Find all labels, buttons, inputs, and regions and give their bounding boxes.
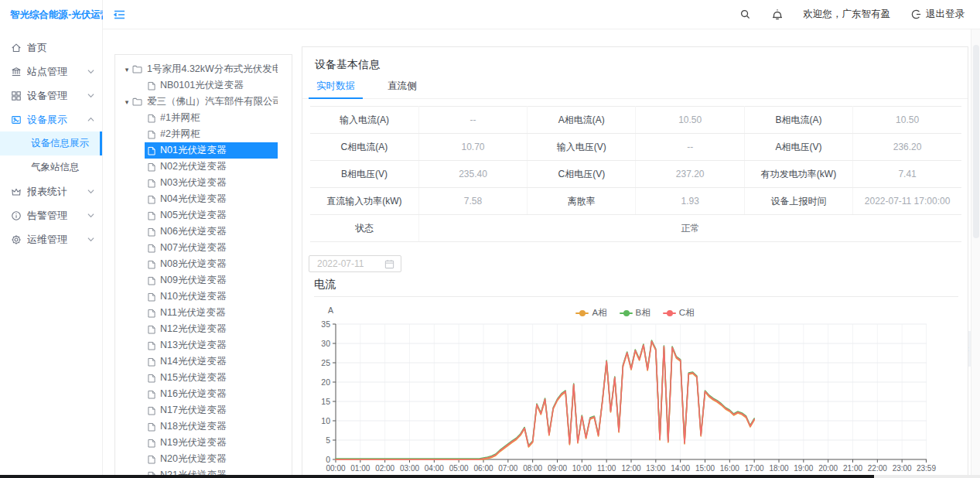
tree-node[interactable]: NB0101光伏逆变器	[145, 77, 278, 94]
x-tick-label: 06:00	[473, 464, 493, 473]
sidebar-item-label: 告警管理	[27, 209, 87, 223]
horizontal-scrollbar-thumb[interactable]	[0, 475, 874, 478]
tab-dc-side[interactable]: 直流侧	[380, 78, 425, 99]
picture-icon	[11, 114, 22, 125]
sidebar-item-weather-station-info[interactable]: 气象站信息	[0, 155, 102, 179]
file-icon	[148, 374, 155, 383]
y-tick-label: 10	[321, 416, 330, 425]
tree-node[interactable]: N07光伏逆变器	[145, 240, 278, 256]
tree-node[interactable]: N10光伏逆变器	[145, 289, 278, 305]
table-row: C相电流(A)10.70输入电压(V)--A相电压(V)236.20	[310, 134, 961, 161]
info-value: --	[636, 134, 744, 161]
home-icon	[11, 43, 22, 53]
vertical-scrollbar[interactable]	[971, 29, 980, 475]
info-label: 直流输入功率(kW)	[310, 188, 418, 215]
info-value: 7.41	[853, 161, 961, 188]
info-label: B相电压(V)	[310, 161, 418, 188]
sidebar-item-label: 报表统计	[27, 185, 87, 199]
tree-node[interactable]: N08光伏逆变器	[145, 256, 278, 272]
chevron-down-icon	[87, 93, 94, 98]
date-picker[interactable]: 2022-07-11	[309, 255, 401, 272]
tree-node-label: 爱三（佛山）汽车部件有限公司光伏发	[147, 95, 278, 108]
current-line-chart: 05101520253035A00:0001:0002:0003:0004:00…	[302, 302, 969, 478]
logout-button[interactable]: 退出登录	[910, 8, 965, 21]
folder-icon	[132, 65, 142, 73]
tree-node-label: N17光伏逆变器	[160, 404, 226, 417]
info-value: 10.50	[636, 107, 744, 134]
info-label: A相电流(A)	[528, 107, 636, 134]
tree-node[interactable]: N19光伏逆变器	[145, 435, 278, 451]
tree-node[interactable]: N01光伏逆变器	[145, 142, 278, 159]
x-tick-label: 10:00	[572, 464, 592, 473]
sidebar: 智光综合能源-光伏运营 首页 站点管理 设备管理	[0, 0, 103, 478]
tree-node-label: #1并网柜	[160, 111, 200, 125]
sidebar-item-ops-mgmt[interactable]: 运维管理	[0, 227, 102, 251]
sidebar-item-alarm-mgmt[interactable]: 告警管理	[0, 203, 102, 227]
x-tick-label: 13:00	[646, 464, 665, 473]
sidebar-item-home[interactable]: 首页	[0, 36, 102, 60]
tree-node[interactable]: N15光伏逆变器	[145, 370, 278, 386]
tree-node[interactable]: N05光伏逆变器	[145, 207, 278, 224]
file-icon	[148, 390, 155, 399]
tree-node-label: N02光伏逆变器	[160, 160, 226, 173]
sidebar-item-site-mgmt[interactable]: 站点管理	[0, 60, 102, 84]
tree-node-label: N01光伏逆变器	[160, 144, 226, 157]
menu-fold-icon[interactable]	[112, 8, 126, 22]
file-icon	[148, 276, 155, 285]
status-row: 状态正常	[310, 215, 961, 242]
tree-node[interactable]: N02光伏逆变器	[145, 159, 278, 175]
caret-down-icon[interactable]: ▾	[121, 98, 132, 106]
tree-node[interactable]: N17光伏逆变器	[145, 402, 278, 418]
sidebar-item-label: 设备展示	[27, 113, 87, 127]
tree-node[interactable]: N20光伏逆变器	[145, 451, 278, 467]
tree-node[interactable]: N16光伏逆变器	[145, 386, 278, 402]
tree-node-label: N09光伏逆变器	[160, 274, 226, 287]
alarm-icon[interactable]	[771, 9, 784, 21]
x-tick-label: 20:00	[818, 464, 838, 473]
info-value: 2022-07-11 17:00:00	[853, 188, 961, 215]
search-icon[interactable]	[739, 9, 751, 20]
tree-node[interactable]: N13光伏逆变器	[145, 337, 278, 353]
tree-node[interactable]: N04光伏逆变器	[145, 191, 278, 207]
tree-node[interactable]: N03光伏逆变器	[145, 175, 278, 191]
date-picker-value: 2022-07-11	[317, 258, 384, 269]
x-tick-label: 11:00	[597, 464, 616, 473]
tree-node-label: N14光伏逆变器	[160, 355, 226, 368]
tree-node-label: N18光伏逆变器	[160, 420, 226, 433]
info-label: 有功发电功率(kW)	[744, 161, 852, 188]
caret-down-icon[interactable]: ▾	[121, 66, 132, 73]
tree-node[interactable]: N14光伏逆变器	[145, 353, 278, 370]
horizontal-scrollbar[interactable]	[0, 475, 980, 478]
tree-node[interactable]: N11光伏逆变器	[145, 305, 278, 321]
tree-node-label: N03光伏逆变器	[160, 176, 226, 189]
y-tick-label: 20	[321, 377, 330, 387]
file-icon	[148, 357, 155, 367]
chevron-down-icon	[87, 213, 94, 218]
tree-node[interactable]: N09光伏逆变器	[145, 272, 278, 289]
info-value: 10.50	[853, 107, 961, 134]
x-tick-label: 01:00	[350, 464, 370, 473]
info-label: C相电流(A)	[310, 134, 418, 161]
tree-node[interactable]: #1并网柜	[145, 110, 278, 126]
tab-realtime-data[interactable]: 实时数据	[309, 78, 363, 99]
sidebar-item-device-info-display[interactable]: 设备信息展示	[0, 131, 102, 155]
tree-node[interactable]: ▾1号家用4.32kW分布式光伏发电站	[121, 61, 278, 77]
x-tick-label: 04:00	[425, 464, 444, 473]
tree-node-label: N16光伏逆变器	[160, 388, 226, 401]
tree-node[interactable]: ▾爱三（佛山）汽车部件有限公司光伏发	[121, 94, 278, 110]
file-icon	[148, 211, 155, 220]
file-icon	[148, 244, 155, 253]
sidebar-item-report-stats[interactable]: 报表统计	[0, 179, 102, 203]
sidebar-item-device-display[interactable]: 设备展示	[0, 108, 102, 131]
tree-node[interactable]: N12光伏逆变器	[145, 321, 278, 337]
tree-node-label: 1号家用4.32kW分布式光伏发电站	[147, 63, 278, 76]
x-tick-label: 03:00	[400, 464, 419, 473]
tree-node-label: NB0101光伏逆变器	[160, 79, 244, 92]
vertical-scrollbar-thumb[interactable]	[973, 45, 979, 238]
x-tick-label: 02:00	[375, 464, 394, 473]
sidebar-item-device-mgmt[interactable]: 设备管理	[0, 84, 102, 108]
tree-node[interactable]: N06光伏逆变器	[145, 224, 278, 240]
tree-node[interactable]: #2并网柜	[145, 126, 278, 142]
tree-node[interactable]: N18光伏逆变器	[145, 418, 278, 435]
x-tick-label: 12:00	[621, 464, 640, 473]
